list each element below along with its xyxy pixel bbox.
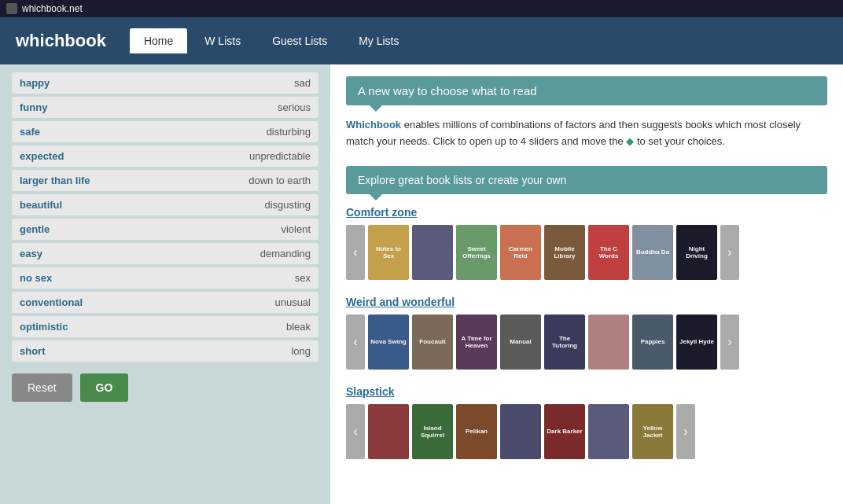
slider-row-8[interactable]: no sexsex	[12, 267, 318, 289]
tagline-text: A new way to choose what to read	[358, 84, 537, 97]
go-button[interactable]: GO	[80, 373, 129, 402]
slider-row-4[interactable]: larger than lifedown to earth	[12, 170, 318, 191]
book-cover-2-5[interactable]	[588, 404, 629, 459]
slider-right-5: disgusting	[264, 199, 311, 211]
slider-left-1: funny	[20, 101, 47, 113]
slider-row-3[interactable]: expectedunpredictable	[12, 145, 318, 167]
list-title-2[interactable]: Slapstick	[346, 385, 827, 398]
book-cover-1-6[interactable]: Pappies	[632, 315, 673, 370]
nav-tabs: HomeW ListsGuest ListsMy Lists	[130, 17, 414, 64]
slider-right-10: bleak	[286, 321, 311, 333]
slider-row-11[interactable]: shortlong	[12, 340, 318, 362]
book-cover-0-4[interactable]: Mobile Library	[544, 225, 585, 280]
book-cover-1-0[interactable]: Nova Swing	[368, 315, 409, 370]
book-cover-1-2[interactable]: A Time for Heaven	[456, 315, 497, 370]
list-section-0: Comfort zone‹Notes to SexSweet Offerings…	[346, 206, 827, 280]
reset-button[interactable]: Reset	[12, 373, 72, 402]
slider-right-0: sad	[294, 77, 311, 89]
intro-body: enables millions of combinations of fact…	[346, 119, 801, 147]
title-bar: whichbook.net	[0, 0, 843, 17]
carousel-prev-1[interactable]: ‹	[346, 315, 365, 370]
slider-right-7: demanding	[260, 248, 311, 259]
slider-row-1[interactable]: funnyserious	[12, 97, 318, 118]
slider-right-8: sex	[295, 272, 311, 284]
slider-right-2: disturbing	[267, 126, 311, 138]
slider-left-10: optimistic	[20, 321, 68, 333]
books-strip-1: Nova SwingFoucaultA Time for HeavenManua…	[368, 315, 717, 370]
slider-left-3: expected	[20, 150, 64, 162]
book-cover-2-4[interactable]: Dark Barker	[544, 404, 585, 459]
list-title-1[interactable]: Weird and wonderful	[346, 296, 827, 308]
carousel-next-2[interactable]: ›	[676, 404, 695, 459]
book-cover-2-2[interactable]: Pelikan	[456, 404, 497, 459]
book-cover-2-1[interactable]: Island Squirrel	[412, 404, 453, 459]
list-section-1: Weird and wonderful‹Nova SwingFoucaultA …	[346, 296, 827, 370]
list-title-0[interactable]: Comfort zone	[346, 206, 827, 219]
slider-row-7[interactable]: easydemanding	[12, 243, 318, 264]
browser-icon	[6, 3, 17, 14]
slider-right-11: long	[291, 345, 311, 357]
explore-box: Explore great book lists or create your …	[346, 166, 827, 194]
content-area: A new way to choose what to read Whichbo…	[330, 64, 843, 504]
nav-tab-guest-lists[interactable]: Guest Lists	[258, 28, 341, 53]
book-cover-0-0[interactable]: Notes to Sex	[368, 225, 409, 280]
main-layout: happysadfunnyserioussafedisturbingexpect…	[0, 64, 843, 504]
slider-row-0[interactable]: happysad	[12, 72, 318, 94]
drop-icon: ◆	[626, 135, 634, 147]
slider-row-2[interactable]: safedisturbing	[12, 121, 318, 142]
slider-left-9: conventional	[20, 296, 83, 308]
site-logo[interactable]: whichbook	[16, 31, 106, 51]
intro-end: to set your choices.	[637, 135, 725, 147]
slider-right-9: unusual	[274, 296, 311, 308]
carousel-prev-0[interactable]: ‹	[346, 225, 365, 280]
carousel-prev-2[interactable]: ‹	[346, 404, 365, 459]
book-carousel-2: ‹Island SquirrelPelikanDark BarkerYellow…	[346, 404, 827, 459]
sidebar: happysadfunnyserioussafedisturbingexpect…	[0, 64, 330, 504]
slider-left-11: short	[20, 345, 46, 357]
slider-right-1: serious	[278, 101, 311, 113]
slider-left-7: easy	[20, 248, 42, 259]
book-cover-2-6[interactable]: Yellow Jacket	[632, 404, 673, 459]
slider-row-6[interactable]: gentleviolent	[12, 219, 318, 240]
nav-bar: whichbook HomeW ListsGuest ListsMy Lists	[0, 17, 843, 64]
book-cover-0-1[interactable]	[412, 225, 453, 280]
slider-row-5[interactable]: beautifuldisgusting	[12, 194, 318, 215]
brand-name: Whichbook	[346, 119, 401, 131]
book-cover-0-3[interactable]: Carmen Reid	[500, 225, 541, 280]
slider-right-4: down to earth	[248, 175, 311, 186]
book-cover-1-1[interactable]: Foucault	[412, 315, 453, 370]
books-strip-2: Island SquirrelPelikanDark BarkerYellow …	[368, 404, 673, 459]
book-cover-1-5[interactable]	[588, 315, 629, 370]
book-cover-1-7[interactable]: Jekyll Hyde	[676, 315, 717, 370]
title-bar-text: whichbook.net	[22, 3, 83, 14]
lists-container: Comfort zone‹Notes to SexSweet Offerings…	[346, 206, 827, 459]
slider-left-0: happy	[20, 77, 50, 89]
books-strip-0: Notes to SexSweet OfferingsCarmen ReidMo…	[368, 225, 717, 280]
carousel-next-1[interactable]: ›	[720, 315, 739, 370]
slider-left-8: no sex	[20, 272, 52, 284]
explore-text: Explore great book lists or create your …	[358, 174, 566, 186]
slider-right-6: violent	[281, 223, 311, 235]
book-cover-2-3[interactable]	[500, 404, 541, 459]
slider-left-6: gentle	[20, 223, 50, 235]
slider-row-10[interactable]: optimisticbleak	[12, 316, 318, 337]
intro-text: Whichbook enables millions of combinatio…	[346, 117, 827, 150]
tagline-box: A new way to choose what to read	[346, 76, 827, 105]
nav-tab-w-lists[interactable]: W Lists	[190, 28, 255, 53]
book-cover-0-2[interactable]: Sweet Offerings	[456, 225, 497, 280]
carousel-next-0[interactable]: ›	[720, 225, 739, 280]
slider-row-9[interactable]: conventionalunusual	[12, 292, 318, 313]
book-cover-1-3[interactable]: Manual	[500, 315, 541, 370]
slider-left-2: safe	[20, 126, 40, 138]
slider-right-3: unpredictable	[249, 150, 311, 162]
book-cover-0-7[interactable]: Night Driving	[676, 225, 717, 280]
book-carousel-0: ‹Notes to SexSweet OfferingsCarmen ReidM…	[346, 225, 827, 280]
slider-left-5: beautiful	[20, 199, 62, 211]
book-cover-2-0[interactable]	[368, 404, 409, 459]
nav-tab-my-lists[interactable]: My Lists	[344, 28, 413, 53]
book-cover-1-4[interactable]: The Tutoring	[544, 315, 585, 370]
book-cover-0-5[interactable]: The C Words	[588, 225, 629, 280]
nav-tab-home[interactable]: Home	[130, 28, 187, 53]
book-cover-0-6[interactable]: Buddha Da	[632, 225, 673, 280]
sidebar-buttons: Reset GO	[12, 373, 318, 402]
